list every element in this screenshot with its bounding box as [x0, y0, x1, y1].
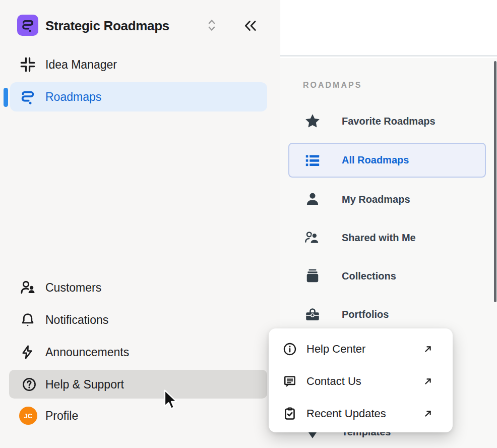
panel-item-collections[interactable]: Collections	[280, 264, 497, 288]
sidebar-item-label: Profile	[45, 409, 78, 423]
panel-item-label: My Roadmaps	[342, 194, 410, 205]
sidebar-item-idea-manager[interactable]: Idea Manager	[0, 52, 272, 77]
external-link-icon	[422, 376, 433, 387]
clipboard-check-icon	[282, 406, 297, 421]
external-link-icon	[422, 408, 433, 419]
panel-item-my-roadmaps[interactable]: My Roadmaps	[280, 187, 497, 211]
sidebar-item-label: Notifications	[45, 313, 108, 327]
lightning-icon	[19, 344, 35, 360]
road-icon	[20, 18, 35, 33]
menu-item-label: Recent Updates	[306, 407, 386, 420]
menu-item-contact-us[interactable]: Contact Us	[269, 365, 453, 398]
panel-item-label: Favorite Roadmaps	[342, 116, 436, 127]
external-link-icon	[422, 344, 433, 355]
person-icon	[302, 190, 323, 208]
panel-item-label: All Roadmaps	[342, 154, 409, 166]
panel-item-label: Shared with Me	[342, 232, 416, 244]
question-circle-icon	[21, 376, 37, 393]
sidebar-item-label: Roadmaps	[45, 90, 101, 104]
menu-item-label: Help Center	[306, 343, 365, 356]
info-circle-icon	[282, 342, 297, 357]
mouse-cursor	[161, 389, 180, 412]
list-icon	[302, 151, 323, 170]
sidebar-item-label: Help & Support	[45, 378, 124, 391]
road-icon	[19, 88, 36, 105]
bell-icon	[19, 311, 36, 328]
briefcase-icon	[302, 305, 323, 323]
panel-item-label: Collections	[342, 270, 396, 282]
star-icon	[302, 112, 323, 130]
panel-item-shared-with-me[interactable]: Shared with Me	[280, 226, 497, 250]
workspace-switcher-icon[interactable]	[205, 17, 219, 33]
avatar: JC	[19, 407, 37, 425]
menu-item-recent-updates[interactable]: Recent Updates	[269, 398, 453, 430]
scrollbar-thumb[interactable]	[494, 61, 496, 302]
panel-header	[280, 0, 497, 57]
chat-icon	[282, 374, 297, 389]
sidebar-item-announcements[interactable]: Announcements	[0, 340, 272, 364]
panel-item-all-roadmaps[interactable]: All Roadmaps	[288, 143, 486, 178]
sidebar-item-label: Idea Manager	[45, 58, 117, 72]
sidebar-item-profile[interactable]: JC Profile	[0, 404, 272, 428]
people-icon	[302, 229, 323, 247]
workspace-logo[interactable]	[17, 15, 38, 36]
sidebar-item-customers[interactable]: Customers	[0, 275, 272, 300]
collapse-sidebar-icon[interactable]	[242, 19, 259, 33]
sidebar-item-label: Customers	[45, 281, 101, 295]
panel-section-title: ROADMAPS	[303, 81, 362, 90]
menu-item-label: Contact Us	[306, 375, 361, 388]
workspace-title: Strategic Roadmaps	[45, 18, 169, 34]
menu-item-help-center[interactable]: Help Center	[269, 333, 453, 365]
panel-item-portfolios[interactable]: Portfolios	[280, 302, 497, 326]
customers-icon	[19, 278, 37, 297]
sidebar-item-label: Announcements	[45, 346, 129, 359]
sidebar-item-help-support-content[interactable]: Help & Support	[0, 372, 272, 397]
panel-item-label: Portfolios	[342, 309, 389, 320]
help-support-menu: Help Center Contact Us	[269, 328, 453, 432]
panel-item-favorite-roadmaps[interactable]: Favorite Roadmaps	[280, 109, 497, 133]
collections-icon	[302, 267, 323, 285]
sidebar-item-roadmaps-content[interactable]: Roadmaps	[0, 85, 272, 109]
idea-manager-icon	[19, 56, 36, 73]
sidebar-item-notifications[interactable]: Notifications	[0, 308, 272, 332]
sidebar: Strategic Roadmaps Idea Manager Roadmaps	[0, 0, 280, 448]
